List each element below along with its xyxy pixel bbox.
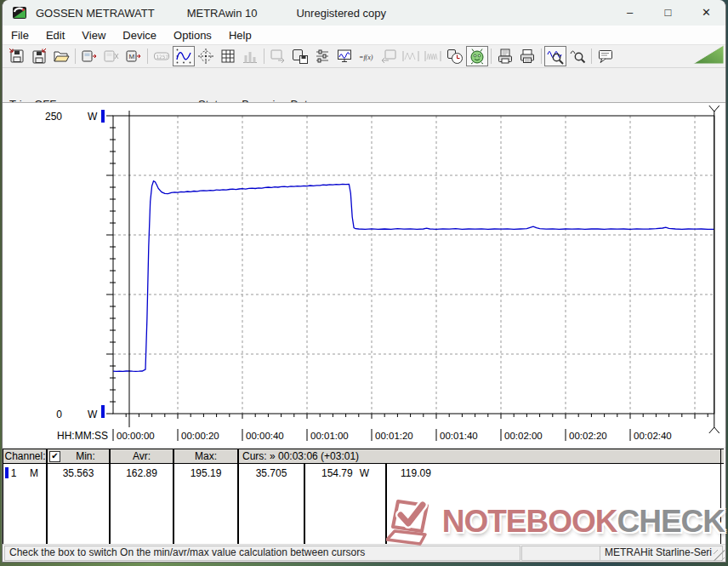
cursor-2-bottom-marker	[709, 427, 719, 433]
y-unit-label: W	[88, 409, 98, 420]
header-avr: Avr:	[111, 449, 173, 463]
header-cursor-readout: Curs: » 00:03:06 (+03:01)	[242, 449, 583, 463]
x-axis-unit-label: HH:MM:SS	[57, 430, 108, 442]
live-monitor-icon	[469, 48, 486, 65]
svg-text:M: M	[129, 53, 135, 60]
menu-file[interactable]: File	[3, 27, 37, 43]
device-clear-icon	[103, 48, 120, 65]
cell-cursor1-value: 35.705	[239, 466, 304, 480]
toolbar-print-button[interactable]	[516, 46, 538, 66]
status-bar: Check the box to switch On the min/avr/m…	[3, 544, 725, 562]
print-preview-icon	[497, 48, 514, 65]
toolbar-device-memory-button[interactable]: M	[122, 46, 145, 66]
toolbar-save-as-button[interactable]	[28, 46, 50, 66]
toolbar-separator	[264, 49, 264, 64]
title-app-name: METRAwin 10	[187, 7, 258, 20]
toolbar-print-preview-button[interactable]	[494, 46, 516, 66]
print-icon	[519, 48, 536, 65]
notebookcheck-laptop-icon	[386, 497, 442, 546]
menu-help[interactable]: Help	[220, 27, 260, 43]
toolbar-numeric-display-button: 1257	[151, 46, 173, 66]
toolbar-save-data-button[interactable]	[6, 46, 28, 66]
menu-bar: FileEditViewDeviceOptionsHelp	[3, 26, 725, 45]
x-tick-label: 00:02:20	[569, 431, 607, 441]
x-tick-label: 00:00:20	[181, 431, 219, 441]
cell-channel-number: 1	[9, 466, 18, 480]
between-cursors-checkbox[interactable]: ✔	[49, 451, 60, 462]
cursor-2-top-marker	[709, 106, 719, 111]
compress-dense-icon	[424, 48, 441, 65]
channel-marker-bottom	[101, 405, 105, 418]
header-min: Min:	[62, 449, 109, 463]
toolbar-zoom-free-button[interactable]	[566, 46, 589, 66]
x-tick-label: 00:02:00	[504, 431, 543, 441]
toolbar-curve-view-button[interactable]	[173, 46, 195, 66]
toolbar-table-view-button[interactable]	[217, 46, 239, 66]
device-save-icon	[292, 48, 309, 65]
svg-text:1257: 1257	[156, 54, 169, 60]
toolbar-zoom-curve-button[interactable]	[544, 46, 566, 66]
toolbar-open-file-button[interactable]	[50, 46, 72, 66]
menu-options[interactable]: Options	[165, 27, 220, 43]
open-file-icon	[53, 48, 70, 65]
toolbar-export-data-button	[267, 46, 289, 66]
watermark-word-notebook: NOTEBOOK	[442, 497, 617, 546]
toolbar-device-out-button	[378, 46, 400, 66]
compress-curve-icon	[402, 48, 419, 65]
toolbar-crosshair-view-button[interactable]	[195, 46, 217, 66]
x-tick-label: 00:00:00	[117, 431, 155, 441]
annotation-icon	[597, 48, 614, 65]
toolbar-device-read-button[interactable]	[78, 46, 100, 66]
status-middle	[521, 546, 600, 561]
save-as-icon	[31, 48, 48, 65]
cell-channel-mode: M	[28, 466, 40, 480]
toolbar-channel-setup-button[interactable]	[311, 46, 333, 66]
bargraph-view-icon	[242, 48, 259, 65]
toolbar-device-save-button[interactable]	[289, 46, 311, 66]
toolbar-formula-button[interactable]: =f(x)	[355, 46, 378, 66]
toolbar-interval-timer-button[interactable]	[444, 46, 466, 66]
toolbar-device-clear-button	[100, 46, 122, 66]
toolbar-live-monitor-button[interactable]	[466, 46, 488, 66]
device-read-icon	[81, 48, 98, 65]
x-tick-label: 00:01:00	[310, 431, 349, 441]
x-tick-label: 00:01:40	[440, 431, 478, 441]
toolbar-compress-dense-button	[422, 46, 444, 66]
table-view-icon	[219, 48, 236, 65]
cell-avr: 162.89	[111, 466, 173, 480]
toolbar-separator	[591, 49, 592, 64]
maximize-button[interactable]: □	[649, 0, 687, 26]
header-channel: Channel:	[4, 449, 46, 463]
monitor-view-icon	[336, 48, 353, 65]
menu-edit[interactable]: Edit	[37, 27, 73, 43]
cell-min: 35.563	[48, 466, 109, 480]
menu-device[interactable]: Device	[114, 27, 165, 43]
zoom-curve-icon	[547, 48, 564, 65]
app-icon	[13, 6, 27, 20]
chart-svg[interactable]: 00:00:0000:00:2000:00:4000:01:0000:01:20…	[3, 103, 724, 447]
y-min-label: 0	[56, 409, 62, 420]
title-license: Unregistered copy	[296, 7, 386, 20]
device-out-icon	[380, 48, 397, 65]
cursor2-unit: W	[360, 467, 369, 479]
title-vendor: GOSSEN METRAWATT	[36, 7, 155, 20]
toolbar-separator	[491, 49, 492, 64]
y-unit-label: W	[88, 111, 98, 123]
window-controls: – □ ✕	[611, 0, 725, 26]
status-hint: Check the box to switch On the min/avr/m…	[4, 546, 520, 561]
y-max-label: 250	[45, 111, 62, 123]
status-device: METRAHit Starline-Seri	[600, 546, 723, 561]
close-button[interactable]: ✕	[687, 0, 725, 26]
menu-view[interactable]: View	[73, 27, 114, 43]
save-data-icon	[9, 48, 26, 65]
toolbar-monitor-view-button[interactable]	[333, 46, 355, 66]
chart-panel: 00:00:0000:00:2000:00:4000:01:0000:01:20…	[3, 102, 725, 447]
header-max: Max:	[174, 449, 237, 463]
toolbar-annotation-button[interactable]	[594, 46, 617, 66]
resize-grip[interactable]	[714, 550, 725, 561]
toolbar-separator	[541, 49, 542, 64]
x-tick-label: 00:02:40	[634, 431, 672, 441]
series-line	[113, 181, 714, 372]
cursor2-number: 154.79	[321, 467, 353, 479]
minimize-button[interactable]: –	[611, 0, 649, 26]
